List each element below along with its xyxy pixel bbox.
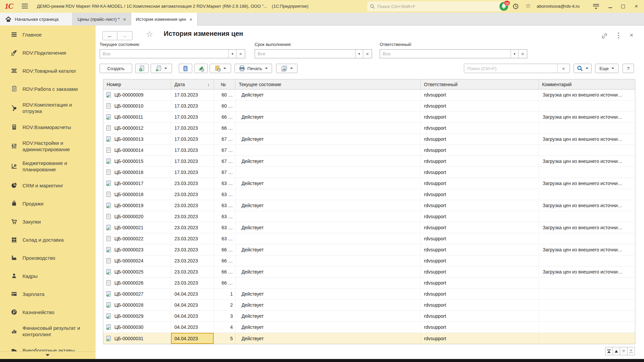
combo-dropdown-icon[interactable]: ▾	[511, 50, 518, 58]
table-row[interactable]: ЦБ-00000018 23.03.2023 63 … rdvsupport	[103, 189, 635, 200]
sidebar-scroll-more[interactable]	[0, 351, 95, 359]
tab-close-icon[interactable]: ×	[123, 17, 126, 22]
filter-clear-icon[interactable]: ×	[236, 50, 245, 58]
back-button[interactable]: ←	[102, 31, 117, 40]
table-row[interactable]: ЦБ-00000030 04.04.2023 4 Действует rdvsu…	[103, 322, 635, 333]
column-header[interactable]: Комментарий	[539, 79, 635, 89]
table-row[interactable]: ЦБ-00000029 04.04.2023 3 Действует rdvsu…	[103, 311, 635, 322]
global-search-input[interactable]	[377, 4, 499, 9]
table-row[interactable]: ЦБ-00000027 04.04.2023 1 Действует rdvsu…	[103, 289, 635, 300]
sidebar-item[interactable]: RDV:Настройки и администрирование	[0, 136, 95, 156]
sidebar-item[interactable]: Внеоборотные активы	[0, 341, 95, 351]
sidebar-item[interactable]: Продажи	[0, 194, 95, 213]
more-actions-icon[interactable]	[618, 32, 620, 39]
sidebar-item-label: Финансовый результат и контроллинг	[22, 325, 91, 338]
sidebar-item[interactable]: Бюджетирование и планирование	[0, 156, 95, 176]
table-row[interactable]: ЦБ-00000021 23.03.2023 63 … Действует rd…	[103, 222, 635, 233]
sidebar-item[interactable]: RDV:Работа с заказами	[0, 80, 95, 98]
sidebar-item[interactable]: Производство	[0, 249, 95, 267]
notifications-icon[interactable]: 13	[499, 2, 508, 11]
history-icon[interactable]	[512, 3, 519, 10]
document-posted-icon	[106, 92, 112, 98]
table-row[interactable]: ЦБ-00000026 23.03.2023 66 … rdvsupport	[103, 278, 635, 289]
window-minimize-button[interactable]	[606, 3, 614, 9]
scroll-down-button[interactable]	[620, 347, 628, 355]
list-search-input[interactable]	[464, 64, 557, 73]
filter-clear-icon[interactable]: ×	[363, 50, 372, 58]
sidebar-item[interactable]: RDV:Подключения	[0, 44, 95, 62]
help-button[interactable]: ?	[623, 64, 634, 73]
get-link-icon[interactable]	[601, 32, 608, 40]
table-row[interactable]: ЦБ-00000019 23.03.2023 63 … Действует rd…	[103, 200, 635, 211]
sidebar-item[interactable]: RDV:Комплектация и отгрузка	[0, 98, 95, 118]
table-row[interactable]: ЦБ-00000024 23.03.2023 66 … rdvsupport	[103, 255, 635, 266]
filter-input[interactable]	[380, 50, 511, 58]
search-clear-icon[interactable]: ×	[557, 64, 570, 73]
reports-button[interactable]	[276, 64, 298, 73]
sidebar-item[interactable]: Зарплата	[0, 285, 95, 303]
table-row[interactable]: ЦБ-00000016 17.03.2023 67 … rdvsupport	[103, 167, 635, 178]
forward-button[interactable]: →	[117, 31, 132, 40]
window-close-button[interactable]: ×	[633, 3, 640, 9]
table-row[interactable]: ЦБ-00000011 17.03.2023 66 … Действует rd…	[103, 112, 635, 123]
print-button[interactable]: Печать	[234, 64, 272, 73]
combo-dropdown-icon[interactable]: ▾	[355, 50, 363, 58]
sidebar-item[interactable]: Склад и доставка	[0, 231, 95, 249]
filter-input[interactable]	[100, 50, 228, 58]
post-document-button[interactable]	[151, 64, 172, 73]
sidebar-item[interactable]: Казначейство	[0, 303, 95, 321]
tab-1[interactable]: Цены (прайс-лист) * ×	[73, 13, 131, 25]
column-header[interactable]: Номер	[103, 79, 171, 89]
tab-home[interactable]: Начальная страница	[0, 13, 73, 25]
close-form-icon[interactable]: ×	[630, 32, 633, 38]
table-row[interactable]: ЦБ-00000017 23.03.2023 63 … Действует rd…	[103, 178, 635, 189]
sidebar-item-label: Казначейство	[22, 309, 54, 315]
tab-close-icon[interactable]: ×	[190, 17, 193, 22]
add-to-favorites-star-icon[interactable]: ☆	[146, 29, 153, 39]
table-row[interactable]: ЦБ-00000022 23.03.2023 63 … rdvsupport	[103, 233, 635, 244]
column-header[interactable]: Дата↓	[171, 79, 214, 89]
table-row[interactable]: ЦБ-00000023 23.03.2023 66 … Действует rd…	[103, 244, 635, 255]
table-row[interactable]: ЦБ-00000014 17.03.2023 67 … rdvsupport	[103, 145, 635, 156]
deadline-button[interactable]	[210, 64, 231, 73]
global-search[interactable]	[367, 1, 501, 11]
table-row[interactable]: ЦБ-00000015 17.03.2023 67 … Действует rd…	[103, 156, 635, 167]
scroll-to-top-button[interactable]	[605, 347, 613, 355]
sidebar-item[interactable]: RDV:Взаиморасчеты	[0, 118, 95, 136]
table-row[interactable]: ЦБ-00000031 04.04.2023 5 Действует rdvsu…	[103, 333, 635, 344]
sidebar-item[interactable]: Финансовый результат и контроллинг	[0, 321, 95, 341]
favorites-star-icon[interactable]: ☆	[525, 2, 531, 10]
table-row[interactable]: ЦБ-00000028 04.04.2023 2 Действует rdvsu…	[103, 300, 635, 311]
column-header[interactable]: Текущее состояние	[235, 79, 421, 89]
sidebar-item[interactable]: Главное	[0, 25, 95, 44]
more-button[interactable]: Еще	[595, 64, 619, 73]
sidebar-item[interactable]: Кадры	[0, 267, 95, 285]
table-row[interactable]: ЦБ-00000020 23.03.2023 63 … rdvsupport	[103, 211, 635, 222]
filter-input[interactable]	[255, 50, 355, 58]
sidebar-item[interactable]: CRM и маркетинг	[0, 176, 95, 194]
table-row[interactable]: ЦБ-00000013 17.03.2023 67 … Действует rd…	[103, 134, 635, 145]
column-header[interactable]: №	[214, 79, 235, 89]
window-maximize-button[interactable]	[619, 3, 627, 9]
set-interval-button[interactable]	[179, 64, 192, 73]
filter-clear-icon[interactable]: ×	[518, 50, 527, 58]
combo-dropdown-icon[interactable]: ▾	[228, 50, 236, 58]
column-header[interactable]: Ответственный	[421, 79, 539, 89]
table-row[interactable]: ЦБ-00000009 17.03.2023 60 … Действует rd…	[103, 89, 635, 101]
service-menu-icon[interactable]	[592, 4, 600, 9]
sidebar-item[interactable]: Закупки	[0, 213, 95, 231]
search-settings-button[interactable]	[574, 64, 592, 73]
sidebar-item[interactable]: RDV:Товарный каталог	[0, 62, 95, 80]
user-email[interactable]: aborovtsova@rdv-it.ru	[537, 4, 580, 9]
table-row[interactable]: ЦБ-00000010 17.03.2023 60 … rdvsupport	[103, 101, 635, 112]
scroll-up-button[interactable]	[612, 347, 620, 355]
copy-document-button[interactable]	[135, 64, 149, 73]
change-state-button[interactable]	[194, 64, 208, 73]
table-row[interactable]: ЦБ-00000012 17.03.2023 66 … rdvsupport	[103, 123, 635, 134]
create-button[interactable]: Создать	[100, 64, 132, 73]
scroll-to-bottom-button[interactable]	[627, 347, 635, 355]
scroll-bottom-icon	[629, 349, 633, 353]
table-row[interactable]: ЦБ-00000025 23.03.2023 66 … Действует rd…	[103, 266, 635, 278]
tab-2[interactable]: История изменения цен ×	[131, 13, 198, 26]
main-menu-icon[interactable]	[21, 3, 28, 9]
